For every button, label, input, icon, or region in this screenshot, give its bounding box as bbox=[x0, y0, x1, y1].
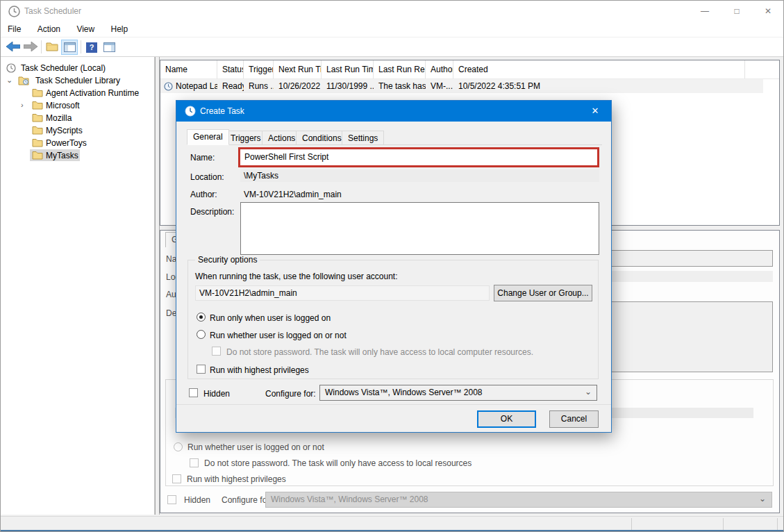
author-value: VM-10V21H2\admin_main bbox=[244, 190, 342, 199]
checkbox-do-not-store-password[interactable] bbox=[212, 347, 221, 356]
configure-for-combo[interactable]: Windows Vista™, Windows Server™ 2008 bbox=[319, 385, 597, 401]
tab-triggers[interactable]: Triggers bbox=[224, 131, 267, 145]
column-header-status[interactable]: Status bbox=[217, 60, 244, 78]
tree-item-mozilla[interactable]: Mozilla bbox=[1, 112, 154, 124]
back-button[interactable] bbox=[5, 40, 22, 55]
menu-help[interactable]: Help bbox=[104, 22, 135, 38]
panel-right-icon bbox=[103, 42, 115, 52]
forward-button[interactable] bbox=[22, 40, 39, 55]
configure-for-label: Configure for: bbox=[265, 389, 316, 399]
hidden-label: Hidden bbox=[203, 389, 230, 399]
folder-icon bbox=[32, 101, 43, 110]
collapse-chevron-icon[interactable]: ⌄ bbox=[6, 76, 12, 85]
status-bar bbox=[1, 516, 783, 531]
preview-checkbox-privileges[interactable] bbox=[172, 474, 181, 483]
checkbox-highest-privileges-label: Run with highest privileges bbox=[210, 365, 309, 375]
tree-item-label: Mozilla bbox=[46, 113, 72, 123]
column-header-last-run-time[interactable]: Last Run Time bbox=[322, 60, 374, 78]
location-label: Location: bbox=[190, 172, 224, 182]
preview-checkbox-hidden[interactable] bbox=[167, 495, 176, 504]
pane-splitter[interactable] bbox=[155, 57, 160, 515]
folder-icon bbox=[32, 88, 43, 97]
cancel-button[interactable]: Cancel bbox=[549, 410, 599, 428]
account-hint: When running the task, use the following… bbox=[195, 272, 398, 281]
configure-for-value: Windows Vista™, Windows Server™ 2008 bbox=[325, 388, 483, 397]
column-header-created[interactable]: Created bbox=[453, 60, 745, 78]
radio-run-logged-on[interactable] bbox=[197, 313, 206, 322]
menu-action[interactable]: Action bbox=[31, 22, 67, 38]
help-icon: ? bbox=[86, 42, 97, 53]
preview-checkbox-password[interactable] bbox=[190, 458, 199, 467]
author-label: Author: bbox=[190, 190, 217, 199]
folder-icon bbox=[32, 151, 43, 160]
folder-icon bbox=[32, 126, 43, 135]
tab-general[interactable]: General bbox=[187, 129, 229, 145]
task-status: Ready bbox=[217, 79, 244, 93]
tab-settings[interactable]: Settings bbox=[342, 131, 384, 145]
checkbox-highest-privileges[interactable] bbox=[197, 365, 206, 374]
task-clock-icon bbox=[164, 82, 173, 91]
menu-file[interactable]: File bbox=[1, 22, 28, 38]
dialog-clock-icon bbox=[185, 106, 196, 117]
forward-arrow-icon bbox=[24, 42, 37, 53]
column-header-name[interactable]: Name bbox=[160, 60, 217, 78]
dialog-close-icon[interactable]: ✕ bbox=[580, 101, 610, 121]
task-created: 10/5/2022 4:35:51 PM bbox=[453, 79, 745, 93]
tree-item-task-scheduler-local[interactable]: Task Scheduler (Local) bbox=[1, 62, 154, 74]
clock-icon bbox=[6, 63, 16, 73]
menubar: File Action View Help bbox=[1, 22, 783, 38]
toolbar-separator bbox=[41, 40, 42, 53]
preview-radio-label: Run whether user is logged on or not bbox=[187, 442, 324, 452]
column-header-last-run-result[interactable]: Last Run Result bbox=[374, 60, 426, 78]
tab-conditions[interactable]: Conditions bbox=[296, 131, 348, 145]
actions-pane-button[interactable] bbox=[101, 40, 117, 55]
window-bottom-border bbox=[1, 530, 783, 531]
tree-item-label: Agent Activation Runtime bbox=[46, 88, 139, 98]
tree-item-powertoys[interactable]: PowerToys bbox=[1, 137, 154, 149]
name-input[interactable]: PowerShell First Script bbox=[244, 152, 328, 162]
preview-configure-label: Configure for: bbox=[222, 495, 272, 505]
expand-chevron-icon[interactable]: › bbox=[21, 101, 24, 109]
preview-radio-run-whether[interactable] bbox=[174, 442, 183, 451]
column-header-triggers[interactable]: Triggers bbox=[244, 60, 274, 78]
tree-item-myscripts[interactable]: MyScripts bbox=[1, 124, 154, 137]
tree-item-microsoft[interactable]: › Microsoft bbox=[1, 99, 154, 112]
ok-button[interactable]: OK bbox=[477, 410, 536, 428]
description-label: Description: bbox=[190, 207, 234, 217]
tree-item-task-scheduler-library[interactable]: ⌄ Task Scheduler Library bbox=[1, 74, 154, 87]
close-button[interactable]: ✕ bbox=[753, 1, 783, 22]
preview-checkbox-privileges-label: Run with highest privileges bbox=[187, 474, 286, 484]
column-header-author[interactable]: Author bbox=[426, 60, 453, 78]
change-user-button[interactable]: Change User or Group... bbox=[494, 285, 592, 301]
description-textarea[interactable] bbox=[240, 202, 599, 255]
radio-run-whether[interactable] bbox=[197, 330, 206, 339]
location-value: \MyTasks bbox=[240, 169, 599, 182]
security-options-group: Security options When running the task, … bbox=[187, 260, 599, 379]
account-field: VM-10V21H2\admin_main bbox=[195, 285, 490, 301]
chevron-down-icon[interactable]: ⌄ bbox=[585, 387, 592, 397]
task-triggers: Runs ... bbox=[244, 79, 274, 93]
checkbox-hidden[interactable] bbox=[189, 388, 198, 397]
tree-item-label: MyScripts bbox=[46, 126, 83, 135]
app-clock-icon bbox=[8, 6, 20, 17]
task-row[interactable]: Notepad La... Ready Runs ... 10/26/2022 … bbox=[160, 79, 763, 93]
menu-view[interactable]: View bbox=[69, 22, 101, 38]
toolbar: ? bbox=[1, 38, 783, 57]
minimize-button[interactable]: — bbox=[690, 1, 720, 22]
show-hide-pane-button[interactable] bbox=[61, 40, 78, 55]
preview-configure-value: Windows Vista™, Windows Server™ 2008 bbox=[271, 494, 428, 504]
help-button[interactable]: ? bbox=[83, 40, 100, 55]
status-separator bbox=[631, 518, 632, 530]
maximize-button[interactable]: □ bbox=[722, 1, 752, 22]
folder-icon bbox=[32, 138, 43, 147]
tree-item-mytasks-selected[interactable]: MyTasks bbox=[1, 149, 154, 162]
column-header-next-run-time[interactable]: Next Run Time bbox=[274, 60, 322, 78]
tree-item-agent-activation-runtime[interactable]: Agent Activation Runtime bbox=[1, 87, 154, 99]
task-scheduler-window: Task Scheduler — □ ✕ File Action View He… bbox=[0, 0, 784, 532]
name-input-red-highlight: PowerShell First Script bbox=[238, 147, 599, 167]
console-tree-button[interactable] bbox=[44, 40, 60, 55]
console-tree: Task Scheduler (Local) ⌄ Task Scheduler … bbox=[1, 57, 155, 515]
footer-separator bbox=[176, 404, 611, 405]
task-last-run-result: The task has ... bbox=[374, 79, 426, 93]
folder-icon bbox=[46, 42, 58, 53]
